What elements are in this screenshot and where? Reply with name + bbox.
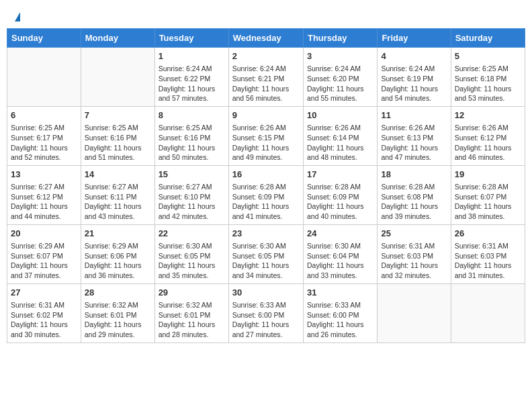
calendar-cell: 7Sunrise: 6:25 AMSunset: 6:16 PMDaylight… [81,106,154,165]
day-number: 7 [85,109,151,122]
day-number: 4 [381,50,447,62]
calendar-week-row: 27Sunrise: 6:31 AMSunset: 6:02 PMDayligh… [7,283,525,342]
day-info: Sunrise: 6:26 AMSunset: 6:13 PMDaylight:… [381,123,447,163]
day-info: Sunrise: 6:24 AMSunset: 6:20 PMDaylight:… [307,64,373,103]
calendar-cell: 5Sunrise: 6:25 AMSunset: 6:18 PMDaylight… [451,48,525,107]
day-info: Sunrise: 6:30 AMSunset: 6:05 PMDaylight:… [232,241,300,281]
calendar-week-row: 20Sunrise: 6:29 AMSunset: 6:07 PMDayligh… [7,224,525,283]
day-number: 31 [307,287,373,299]
calendar-week-row: 13Sunrise: 6:27 AMSunset: 6:12 PMDayligh… [7,165,525,224]
day-number: 21 [85,228,151,240]
day-info: Sunrise: 6:32 AMSunset: 6:01 PMDaylight:… [85,300,151,340]
day-info: Sunrise: 6:31 AMSunset: 6:03 PMDaylight:… [381,241,447,281]
calendar-cell: 24Sunrise: 6:30 AMSunset: 6:04 PMDayligh… [303,224,377,283]
calendar-cell: 29Sunrise: 6:32 AMSunset: 6:01 PMDayligh… [154,283,228,342]
day-number: 27 [11,287,77,299]
day-info: Sunrise: 6:25 AMSunset: 6:16 PMDaylight:… [85,123,151,163]
day-info: Sunrise: 6:24 AMSunset: 6:22 PMDaylight:… [159,64,225,103]
day-info: Sunrise: 6:33 AMSunset: 6:00 PMDaylight:… [307,300,373,340]
calendar-cell: 11Sunrise: 6:26 AMSunset: 6:13 PMDayligh… [378,106,451,165]
day-info: Sunrise: 6:25 AMSunset: 6:16 PMDaylight:… [159,123,225,163]
calendar-cell: 3Sunrise: 6:24 AMSunset: 6:20 PMDaylight… [303,48,377,107]
day-number: 25 [381,228,447,240]
calendar-cell: 2Sunrise: 6:24 AMSunset: 6:21 PMDaylight… [228,48,303,107]
calendar-cell: 21Sunrise: 6:29 AMSunset: 6:06 PMDayligh… [81,224,154,283]
day-info: Sunrise: 6:28 AMSunset: 6:08 PMDaylight:… [381,182,447,222]
calendar-cell: 6Sunrise: 6:25 AMSunset: 6:17 PMDaylight… [7,106,81,165]
calendar-cell [378,283,451,342]
calendar-cell: 18Sunrise: 6:28 AMSunset: 6:08 PMDayligh… [378,165,451,224]
day-info: Sunrise: 6:27 AMSunset: 6:10 PMDaylight:… [159,182,225,222]
calendar-cell: 19Sunrise: 6:28 AMSunset: 6:07 PMDayligh… [451,165,525,224]
calendar-cell: 4Sunrise: 6:24 AMSunset: 6:19 PMDaylight… [378,48,451,107]
day-number: 20 [11,228,77,240]
day-number: 9 [232,109,300,122]
calendar-week-row: 1Sunrise: 6:24 AMSunset: 6:22 PMDaylight… [7,48,525,107]
calendar-day-header: Friday [378,29,451,48]
calendar-cell: 17Sunrise: 6:28 AMSunset: 6:09 PMDayligh… [303,165,377,224]
day-info: Sunrise: 6:28 AMSunset: 6:09 PMDaylight:… [307,182,373,222]
day-info: Sunrise: 6:30 AMSunset: 6:04 PMDaylight:… [307,241,373,281]
day-number: 13 [11,169,77,181]
day-info: Sunrise: 6:33 AMSunset: 6:00 PMDaylight:… [232,300,300,340]
day-info: Sunrise: 6:25 AMSunset: 6:18 PMDaylight:… [455,64,521,103]
day-info: Sunrise: 6:29 AMSunset: 6:06 PMDaylight:… [85,241,151,281]
calendar-cell: 16Sunrise: 6:28 AMSunset: 6:09 PMDayligh… [228,165,303,224]
calendar-day-header: Monday [81,29,154,48]
calendar-cell: 10Sunrise: 6:26 AMSunset: 6:14 PMDayligh… [303,106,377,165]
day-info: Sunrise: 6:27 AMSunset: 6:12 PMDaylight:… [11,182,77,222]
calendar-body: 1Sunrise: 6:24 AMSunset: 6:22 PMDaylight… [7,48,525,343]
day-number: 3 [307,50,373,62]
logo [13,12,20,23]
day-info: Sunrise: 6:32 AMSunset: 6:01 PMDaylight:… [159,300,225,340]
day-number: 2 [232,50,300,62]
calendar-cell: 20Sunrise: 6:29 AMSunset: 6:07 PMDayligh… [7,224,81,283]
day-number: 1 [159,50,225,62]
calendar-cell: 27Sunrise: 6:31 AMSunset: 6:02 PMDayligh… [7,283,81,342]
calendar-cell: 15Sunrise: 6:27 AMSunset: 6:10 PMDayligh… [154,165,228,224]
day-number: 10 [307,109,373,122]
day-info: Sunrise: 6:24 AMSunset: 6:21 PMDaylight:… [232,64,300,103]
calendar-cell [451,283,525,342]
logo-icon [15,12,20,21]
day-info: Sunrise: 6:30 AMSunset: 6:05 PMDaylight:… [159,241,225,281]
day-number: 12 [455,109,521,122]
day-number: 23 [232,228,300,240]
calendar-day-header: Saturday [451,29,525,48]
calendar-day-header: Thursday [303,29,377,48]
calendar-cell: 1Sunrise: 6:24 AMSunset: 6:22 PMDaylight… [154,48,228,107]
day-info: Sunrise: 6:28 AMSunset: 6:07 PMDaylight:… [455,182,521,222]
calendar-header-row: SundayMondayTuesdayWednesdayThursdayFrid… [7,29,525,48]
calendar-cell: 26Sunrise: 6:31 AMSunset: 6:03 PMDayligh… [451,224,525,283]
day-info: Sunrise: 6:29 AMSunset: 6:07 PMDaylight:… [11,241,77,281]
day-number: 17 [307,169,373,181]
day-info: Sunrise: 6:26 AMSunset: 6:15 PMDaylight:… [232,123,300,163]
day-number: 5 [455,50,521,62]
day-info: Sunrise: 6:28 AMSunset: 6:09 PMDaylight:… [232,182,300,222]
day-info: Sunrise: 6:25 AMSunset: 6:17 PMDaylight:… [11,123,77,163]
calendar-cell: 13Sunrise: 6:27 AMSunset: 6:12 PMDayligh… [7,165,81,224]
calendar-cell: 23Sunrise: 6:30 AMSunset: 6:05 PMDayligh… [228,224,303,283]
calendar-cell: 8Sunrise: 6:25 AMSunset: 6:16 PMDaylight… [154,106,228,165]
page-header [7,7,525,23]
calendar-cell [7,48,81,107]
day-number: 22 [159,228,225,240]
day-number: 28 [85,287,151,299]
calendar-day-header: Wednesday [228,29,303,48]
day-number: 24 [307,228,373,240]
calendar-cell: 31Sunrise: 6:33 AMSunset: 6:00 PMDayligh… [303,283,377,342]
day-number: 8 [159,109,225,122]
day-info: Sunrise: 6:31 AMSunset: 6:02 PMDaylight:… [11,300,77,340]
calendar-day-header: Sunday [7,29,81,48]
calendar-cell: 22Sunrise: 6:30 AMSunset: 6:05 PMDayligh… [154,224,228,283]
day-number: 19 [455,169,521,181]
calendar-header: SundayMondayTuesdayWednesdayThursdayFrid… [7,29,525,48]
day-number: 14 [85,169,151,181]
day-info: Sunrise: 6:26 AMSunset: 6:12 PMDaylight:… [455,123,521,163]
calendar-week-row: 6Sunrise: 6:25 AMSunset: 6:17 PMDaylight… [7,106,525,165]
day-number: 18 [381,169,447,181]
day-number: 16 [232,169,300,181]
day-number: 11 [381,109,447,122]
calendar-cell: 14Sunrise: 6:27 AMSunset: 6:11 PMDayligh… [81,165,154,224]
day-number: 26 [455,228,521,240]
